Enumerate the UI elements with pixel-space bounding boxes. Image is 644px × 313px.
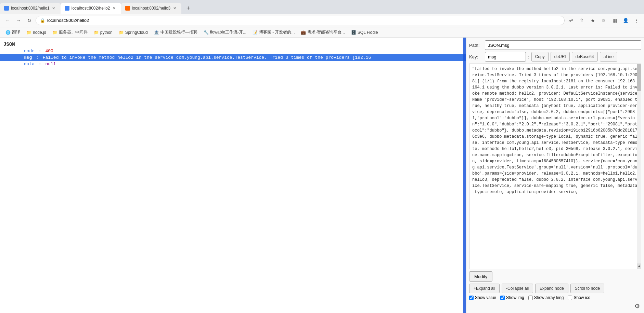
- bookmark-bank-label: 中国建设银行—招聘: [160, 29, 197, 35]
- key-separator: :: [528, 54, 529, 59]
- json-value-code: 400: [45, 49, 53, 54]
- json-key-msg: msg: [24, 55, 32, 60]
- translate-icon[interactable]: ☍: [566, 16, 576, 25]
- profile-icon[interactable]: 👤: [621, 16, 630, 25]
- bookmark-consulting[interactable]: 💼 需求·智能咨询平台...: [298, 29, 347, 36]
- new-tab-button[interactable]: +: [183, 3, 194, 14]
- show-value-checkbox[interactable]: [469, 296, 474, 300]
- tab-favicon-2: [65, 6, 69, 11]
- tab-hello3[interactable]: localhost:8002/hello3 ✕: [121, 3, 182, 14]
- right-panel: Path: Key: : Copy deURI deBase64 aLine "…: [466, 38, 644, 313]
- lock-icon: 🔒: [40, 18, 45, 23]
- share-icon[interactable]: ⇧: [577, 16, 587, 25]
- modify-row: Modify: [469, 271, 641, 282]
- forward-button[interactable]: →: [14, 16, 23, 25]
- menu-icon[interactable]: ⋮: [632, 16, 641, 25]
- bookmark-translate-label: 翻译: [12, 29, 20, 35]
- json-key-data: data: [24, 62, 35, 67]
- bookmark-flowable[interactable]: 🔧 flowable工作流-开...: [201, 29, 249, 36]
- json-line-msg[interactable]: msg : Failed to invoke the method hello2…: [0, 54, 466, 61]
- scrollbar-thumb[interactable]: [637, 64, 641, 91]
- address-bar[interactable]: 🔒: [36, 16, 565, 25]
- path-input[interactable]: [485, 40, 641, 50]
- key-input[interactable]: [485, 52, 526, 62]
- key-label: Key:: [469, 54, 483, 59]
- json-value-msg: Failed to invoke the method hello2 in th…: [43, 55, 371, 60]
- bookmark-python-label: python: [100, 30, 113, 35]
- python-icon: 📁: [94, 30, 99, 35]
- scrollbar-resize[interactable]: ◢: [637, 263, 641, 269]
- bookmark-translate[interactable]: 🌐 翻译: [3, 29, 23, 36]
- deuri-button[interactable]: deURI: [551, 52, 570, 62]
- translate-bookmark-icon: 🌐: [5, 30, 11, 35]
- bookmark-springcloud-label: SpringCloud: [125, 30, 148, 35]
- json-line-code[interactable]: code : 400: [0, 48, 466, 54]
- back-button[interactable]: ←: [3, 16, 12, 25]
- expand-node-button[interactable]: Expand node: [535, 284, 568, 293]
- address-input[interactable]: [47, 18, 560, 23]
- scroll-to-node-button[interactable]: Scroll to node: [570, 284, 604, 293]
- checkbox-show-array-leng[interactable]: Show array leng: [528, 295, 564, 300]
- show-img-checkbox[interactable]: [500, 296, 505, 300]
- bookmark-bank[interactable]: 🏦 中国建设银行—招聘: [151, 29, 200, 36]
- bookmark-star-icon[interactable]: ★: [588, 16, 597, 25]
- flowable-icon: 🔧: [204, 30, 209, 35]
- nav-bar: ← → ↻ 🔒 ☍ ⇧ ★ ⚛ ▦ 👤 ⋮: [0, 14, 644, 27]
- collapse-all-button[interactable]: -Collapse all: [502, 284, 533, 293]
- checkbox-row: Show value Show img Show array leng Show…: [469, 295, 641, 300]
- debase64-button[interactable]: deBase64: [572, 52, 598, 62]
- cnblogs-icon: 📝: [253, 30, 258, 35]
- scrollbar-track[interactable]: ◢: [637, 64, 641, 269]
- checkbox-show-img[interactable]: Show img: [500, 295, 524, 300]
- server-icon: 📁: [52, 30, 57, 35]
- value-text-area[interactable]: "Failed to invoke the method hello2 in t…: [469, 64, 641, 269]
- action-row: +Expand all -Collapse all Expand node Sc…: [469, 284, 641, 293]
- springcloud-icon: 📁: [119, 30, 124, 35]
- bookmark-nodejs[interactable]: 📁 node.js: [24, 29, 49, 36]
- right-edge-indicator: [463, 38, 466, 313]
- bookmark-server[interactable]: 📁 服务器、中间件: [50, 29, 90, 36]
- nodejs-icon: 📁: [26, 30, 31, 35]
- show-ico-checkbox[interactable]: [568, 296, 572, 300]
- tab-title-1: localhost:8002/hello1: [11, 6, 50, 11]
- bookmark-cnblogs[interactable]: 📝 博客园 - 开发者的...: [250, 29, 298, 36]
- extensions-icon[interactable]: ⚛: [599, 16, 608, 25]
- nav-icons: ☍ ⇧ ★ ⚛ ▦ 👤 ⋮: [566, 16, 641, 25]
- gear-row: ⚙: [469, 302, 641, 310]
- bookmark-flowable-label: flowable工作流-开...: [210, 29, 246, 35]
- json-colon-msg: :: [36, 55, 41, 60]
- path-row: Path:: [469, 40, 641, 50]
- bank-icon: 🏦: [154, 30, 159, 35]
- tab-favicon-3: [125, 6, 130, 11]
- bookmark-server-label: 服务器、中间件: [59, 29, 88, 35]
- bookmark-nodejs-label: node.js: [33, 30, 46, 35]
- copy-button[interactable]: Copy: [531, 52, 549, 62]
- tab-close-3[interactable]: ✕: [172, 5, 177, 11]
- bookmark-sqlfiddle[interactable]: 🗄️ SQL Fiddle: [348, 29, 381, 36]
- split-screen-icon[interactable]: ▦: [610, 16, 619, 25]
- json-panel-title: JSON: [0, 41, 466, 48]
- json-value-data: null: [45, 62, 56, 67]
- refresh-button[interactable]: ↻: [25, 16, 34, 25]
- checkbox-show-value[interactable]: Show value: [469, 295, 496, 300]
- bookmark-springcloud[interactable]: 📁 SpringCloud: [116, 29, 151, 36]
- bookmarks-bar: 🌐 翻译 📁 node.js 📁 服务器、中间件 📁 python 📁 Spri…: [0, 27, 644, 38]
- tab-bar: localhost:8002/hello1 ✕ localhost:8002/h…: [0, 0, 644, 14]
- tab-close-1[interactable]: ✕: [51, 5, 56, 11]
- modify-button[interactable]: Modify: [469, 271, 492, 282]
- json-line-data[interactable]: data : null: [0, 61, 466, 67]
- tab-close-2[interactable]: ✕: [112, 5, 117, 11]
- expand-all-button[interactable]: +Expand all: [469, 284, 500, 293]
- show-array-leng-checkbox[interactable]: [528, 296, 533, 300]
- tab-hello2[interactable]: localhost:8002/hello2 ✕: [61, 3, 121, 14]
- sqlfiddle-icon: 🗄️: [351, 30, 356, 35]
- tab-hello1[interactable]: localhost:8002/hello1 ✕: [0, 3, 61, 14]
- aline-button[interactable]: aLine: [600, 52, 617, 62]
- tab-title-3: localhost:8002/hello3: [132, 6, 171, 11]
- bookmark-sqlfiddle-label: SQL Fiddle: [358, 30, 378, 35]
- json-key-code: code: [24, 49, 35, 54]
- settings-gear-icon[interactable]: ⚙: [633, 302, 641, 310]
- bookmark-python[interactable]: 📁 python: [91, 29, 115, 36]
- consulting-icon: 💼: [301, 30, 306, 35]
- checkbox-show-ico[interactable]: Show ico: [568, 295, 590, 300]
